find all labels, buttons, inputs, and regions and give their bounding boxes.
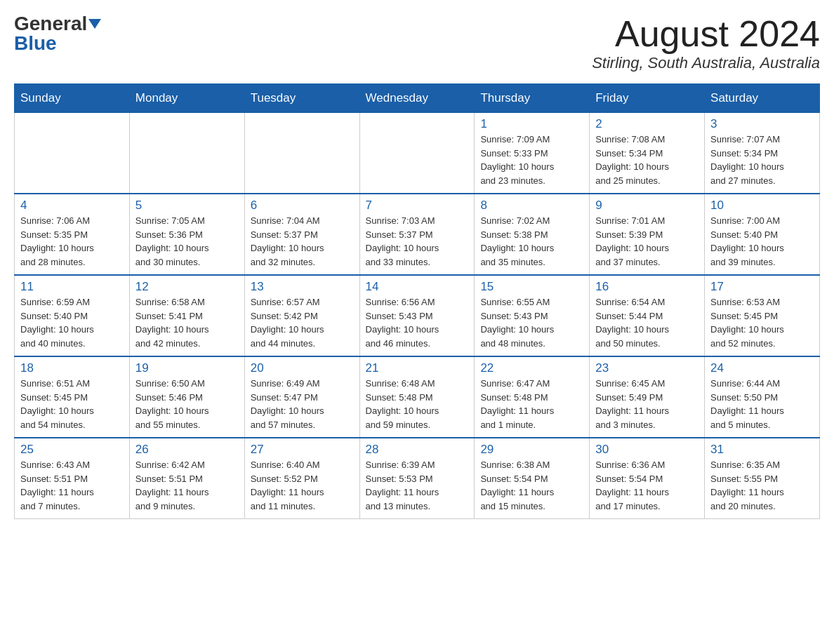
day-info: Sunrise: 7:07 AM Sunset: 5:34 PM Dayligh… xyxy=(710,133,814,187)
calendar-cell: 9Sunrise: 7:01 AM Sunset: 5:39 PM Daylig… xyxy=(590,194,705,275)
calendar-cell: 18Sunrise: 6:51 AM Sunset: 5:45 PM Dayli… xyxy=(15,356,130,438)
day-info: Sunrise: 7:01 AM Sunset: 5:39 PM Dayligh… xyxy=(595,214,699,269)
calendar-day-header: Sunday xyxy=(15,84,130,113)
day-info: Sunrise: 7:04 AM Sunset: 5:37 PM Dayligh… xyxy=(251,214,354,269)
day-info: Sunrise: 6:56 AM Sunset: 5:43 PM Dayligh… xyxy=(366,295,469,350)
calendar-cell: 29Sunrise: 6:38 AM Sunset: 5:54 PM Dayli… xyxy=(475,438,590,519)
calendar-cell: 28Sunrise: 6:39 AM Sunset: 5:53 PM Dayli… xyxy=(359,438,475,519)
day-info: Sunrise: 6:43 AM Sunset: 5:51 PM Dayligh… xyxy=(20,458,124,513)
day-info: Sunrise: 6:54 AM Sunset: 5:44 PM Dayligh… xyxy=(595,295,699,350)
calendar-cell: 7Sunrise: 7:03 AM Sunset: 5:37 PM Daylig… xyxy=(359,194,475,275)
day-info: Sunrise: 6:50 AM Sunset: 5:46 PM Dayligh… xyxy=(135,377,239,431)
day-info: Sunrise: 7:08 AM Sunset: 5:34 PM Dayligh… xyxy=(595,133,699,187)
day-info: Sunrise: 6:59 AM Sunset: 5:40 PM Dayligh… xyxy=(20,295,124,350)
calendar-cell: 8Sunrise: 7:02 AM Sunset: 5:38 PM Daylig… xyxy=(475,194,590,275)
day-number: 19 xyxy=(135,361,239,375)
calendar-cell: 15Sunrise: 6:55 AM Sunset: 5:43 PM Dayli… xyxy=(475,275,590,356)
day-number: 10 xyxy=(710,199,814,213)
day-info: Sunrise: 6:58 AM Sunset: 5:41 PM Dayligh… xyxy=(135,295,239,350)
day-number: 20 xyxy=(251,361,354,375)
calendar-table: SundayMondayTuesdayWednesdayThursdayFrid… xyxy=(14,83,820,519)
calendar-cell: 4Sunrise: 7:06 AM Sunset: 5:35 PM Daylig… xyxy=(15,194,130,275)
calendar-day-header: Tuesday xyxy=(244,84,359,113)
day-info: Sunrise: 6:51 AM Sunset: 5:45 PM Dayligh… xyxy=(20,377,124,431)
day-number: 5 xyxy=(135,199,239,213)
day-number: 3 xyxy=(710,117,814,131)
calendar-cell: 19Sunrise: 6:50 AM Sunset: 5:46 PM Dayli… xyxy=(129,356,244,438)
day-number: 4 xyxy=(20,199,124,213)
calendar-week-row: 18Sunrise: 6:51 AM Sunset: 5:45 PM Dayli… xyxy=(15,356,820,438)
day-number: 2 xyxy=(595,117,699,131)
calendar-cell: 13Sunrise: 6:57 AM Sunset: 5:42 PM Dayli… xyxy=(244,275,359,356)
day-info: Sunrise: 7:09 AM Sunset: 5:33 PM Dayligh… xyxy=(480,133,583,187)
calendar-cell: 31Sunrise: 6:35 AM Sunset: 5:55 PM Dayli… xyxy=(705,438,820,519)
calendar-week-row: 1Sunrise: 7:09 AM Sunset: 5:33 PM Daylig… xyxy=(15,113,820,194)
calendar-day-header: Friday xyxy=(590,84,705,113)
calendar-cell: 21Sunrise: 6:48 AM Sunset: 5:48 PM Dayli… xyxy=(359,356,475,438)
logo-blue: Blue xyxy=(14,32,57,54)
calendar-cell: 27Sunrise: 6:40 AM Sunset: 5:52 PM Dayli… xyxy=(244,438,359,519)
calendar-cell: 25Sunrise: 6:43 AM Sunset: 5:51 PM Dayli… xyxy=(15,438,130,519)
calendar-cell xyxy=(359,113,475,194)
day-number: 7 xyxy=(366,199,469,213)
day-number: 30 xyxy=(595,443,699,457)
day-info: Sunrise: 6:55 AM Sunset: 5:43 PM Dayligh… xyxy=(480,295,583,350)
location-title: Stirling, South Australia, Australia xyxy=(592,54,820,72)
day-number: 29 xyxy=(480,443,583,457)
day-number: 15 xyxy=(480,280,583,294)
calendar-cell: 1Sunrise: 7:09 AM Sunset: 5:33 PM Daylig… xyxy=(475,113,590,194)
day-number: 18 xyxy=(20,361,124,375)
day-number: 26 xyxy=(135,443,239,457)
calendar-cell: 20Sunrise: 6:49 AM Sunset: 5:47 PM Dayli… xyxy=(244,356,359,438)
day-number: 28 xyxy=(366,443,469,457)
calendar-day-header: Monday xyxy=(129,84,244,113)
calendar-cell: 14Sunrise: 6:56 AM Sunset: 5:43 PM Dayli… xyxy=(359,275,475,356)
calendar-cell: 26Sunrise: 6:42 AM Sunset: 5:51 PM Dayli… xyxy=(129,438,244,519)
day-info: Sunrise: 6:48 AM Sunset: 5:48 PM Dayligh… xyxy=(366,377,469,431)
day-info: Sunrise: 6:53 AM Sunset: 5:45 PM Dayligh… xyxy=(710,295,814,350)
calendar-cell: 23Sunrise: 6:45 AM Sunset: 5:49 PM Dayli… xyxy=(590,356,705,438)
day-number: 14 xyxy=(366,280,469,294)
day-number: 11 xyxy=(20,280,124,294)
logo-triangle-icon xyxy=(88,19,101,29)
day-number: 8 xyxy=(480,199,583,213)
day-info: Sunrise: 6:35 AM Sunset: 5:55 PM Dayligh… xyxy=(710,458,814,513)
day-number: 17 xyxy=(710,280,814,294)
day-number: 1 xyxy=(480,117,583,131)
day-info: Sunrise: 6:57 AM Sunset: 5:42 PM Dayligh… xyxy=(251,295,354,350)
day-info: Sunrise: 6:38 AM Sunset: 5:54 PM Dayligh… xyxy=(480,458,583,513)
calendar-cell: 16Sunrise: 6:54 AM Sunset: 5:44 PM Dayli… xyxy=(590,275,705,356)
day-number: 6 xyxy=(251,199,354,213)
page-header: General Blue August 2024 Stirling, South… xyxy=(14,14,820,72)
logo: General Blue xyxy=(14,14,101,53)
day-info: Sunrise: 6:45 AM Sunset: 5:49 PM Dayligh… xyxy=(595,377,699,431)
calendar-day-header: Thursday xyxy=(475,84,590,113)
calendar-cell xyxy=(129,113,244,194)
calendar-cell: 17Sunrise: 6:53 AM Sunset: 5:45 PM Dayli… xyxy=(705,275,820,356)
calendar-day-header: Wednesday xyxy=(359,84,475,113)
calendar-day-header: Saturday xyxy=(705,84,820,113)
day-info: Sunrise: 7:03 AM Sunset: 5:37 PM Dayligh… xyxy=(366,214,469,269)
day-info: Sunrise: 6:49 AM Sunset: 5:47 PM Dayligh… xyxy=(251,377,354,431)
day-info: Sunrise: 6:40 AM Sunset: 5:52 PM Dayligh… xyxy=(251,458,354,513)
day-info: Sunrise: 7:06 AM Sunset: 5:35 PM Dayligh… xyxy=(20,214,124,269)
calendar-cell xyxy=(244,113,359,194)
calendar-cell xyxy=(15,113,130,194)
day-number: 31 xyxy=(710,443,814,457)
calendar-cell: 22Sunrise: 6:47 AM Sunset: 5:48 PM Dayli… xyxy=(475,356,590,438)
calendar-week-row: 4Sunrise: 7:06 AM Sunset: 5:35 PM Daylig… xyxy=(15,194,820,275)
day-number: 22 xyxy=(480,361,583,375)
day-number: 13 xyxy=(251,280,354,294)
day-info: Sunrise: 6:47 AM Sunset: 5:48 PM Dayligh… xyxy=(480,377,583,431)
day-info: Sunrise: 7:05 AM Sunset: 5:36 PM Dayligh… xyxy=(135,214,239,269)
day-number: 23 xyxy=(595,361,699,375)
day-info: Sunrise: 6:42 AM Sunset: 5:51 PM Dayligh… xyxy=(135,458,239,513)
calendar-cell: 10Sunrise: 7:00 AM Sunset: 5:40 PM Dayli… xyxy=(705,194,820,275)
month-title: August 2024 xyxy=(592,14,820,54)
day-number: 25 xyxy=(20,443,124,457)
calendar-week-row: 11Sunrise: 6:59 AM Sunset: 5:40 PM Dayli… xyxy=(15,275,820,356)
day-number: 9 xyxy=(595,199,699,213)
calendar-cell: 3Sunrise: 7:07 AM Sunset: 5:34 PM Daylig… xyxy=(705,113,820,194)
calendar-header-row: SundayMondayTuesdayWednesdayThursdayFrid… xyxy=(15,84,820,113)
day-info: Sunrise: 7:02 AM Sunset: 5:38 PM Dayligh… xyxy=(480,214,583,269)
